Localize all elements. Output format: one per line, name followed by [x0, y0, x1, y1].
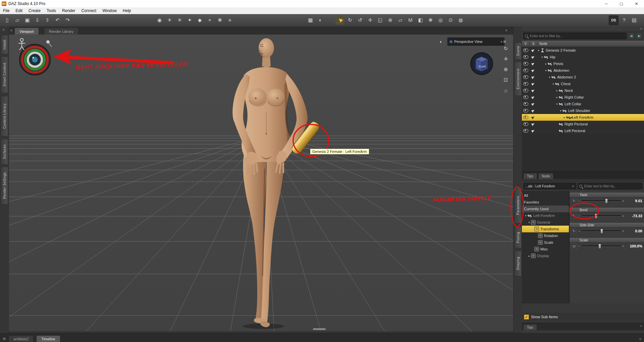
- expander-icon[interactable]: [555, 103, 559, 106]
- viewport-scrollbar-thumb[interactable]: [313, 328, 326, 330]
- group-transforms[interactable]: Transforms: [522, 226, 569, 232]
- more-options-button[interactable]: ▤: [630, 15, 639, 24]
- align-button[interactable]: ≡: [225, 15, 234, 24]
- slider-knob[interactable]: [598, 244, 601, 249]
- bottom-dock-menu-icon[interactable]: ≡: [639, 337, 641, 341]
- frame-camera-button[interactable]: ⊡: [502, 76, 510, 84]
- genesis-2-female-figure[interactable]: [232, 38, 329, 329]
- group-general[interactable]: General: [522, 219, 569, 226]
- selectability-cursor-icon[interactable]: [531, 95, 535, 99]
- expander-icon[interactable]: [555, 89, 559, 92]
- rotation-trackball-gizmo[interactable]: [19, 44, 50, 75]
- dock-tab-environment[interactable]: Environment: [514, 62, 522, 96]
- parameters-filter-input[interactable]: [584, 184, 641, 188]
- slider-value[interactable]: 0.00: [626, 229, 642, 233]
- tree-row-abdomen-2[interactable]: Abdomen 2: [522, 74, 644, 80]
- selectability-cursor-icon[interactable]: [531, 75, 535, 79]
- expander-icon[interactable]: [531, 228, 534, 231]
- dock-tab-render-settings[interactable]: Render Settings: [1, 167, 8, 205]
- translate-tool-button[interactable]: ✛: [366, 15, 375, 24]
- tree-row-neck[interactable]: Neck: [522, 87, 644, 94]
- scale-slider[interactable]: ⊡ − + 100.0%: [570, 243, 644, 249]
- dock-tab-shaping[interactable]: Shaping: [514, 251, 522, 276]
- selectability-cursor-icon[interactable]: [531, 109, 535, 113]
- render-button[interactable]: ◍: [456, 15, 465, 24]
- viewport-pane-menu-icon[interactable]: ≡: [10, 28, 12, 32]
- slider-knob[interactable]: [605, 198, 608, 204]
- show-sub-items-checkbox[interactable]: ✓: [524, 315, 529, 320]
- visibility-eye-icon[interactable]: [523, 82, 528, 86]
- geometry-editor-tool-button[interactable]: ❋: [426, 15, 435, 24]
- tab-viewport[interactable]: Viewport: [14, 27, 39, 35]
- scale-tool-button[interactable]: ◱: [376, 15, 385, 24]
- group-display[interactable]: Display: [522, 252, 569, 259]
- selectability-cursor-icon[interactable]: [531, 122, 535, 126]
- import-button[interactable]: ⇩: [33, 15, 42, 24]
- menu-connect[interactable]: Connect: [78, 7, 99, 14]
- slider-track[interactable]: [582, 230, 621, 232]
- expander-icon[interactable]: [527, 221, 531, 224]
- tab-node[interactable]: Node: [538, 173, 554, 179]
- pan-camera-button[interactable]: ✛: [502, 55, 510, 63]
- visibility-eye-icon[interactable]: [523, 89, 528, 92]
- tree-row-left-collar[interactable]: Left Collar: [522, 101, 644, 107]
- close-button[interactable]: ✕: [629, 0, 644, 7]
- expander-icon[interactable]: [551, 82, 555, 86]
- tree-row-left-pectoral[interactable]: Left Pectoral: [522, 127, 644, 134]
- aux-sphere-icon[interactable]: ◐: [440, 39, 442, 44]
- create-distant-light-button[interactable]: ☀: [165, 15, 174, 24]
- left-dock-menu-icon[interactable]: ≡: [3, 28, 5, 32]
- menu-help[interactable]: Help: [120, 7, 134, 14]
- increment-button[interactable]: +: [622, 199, 625, 203]
- scene-filter-box[interactable]: [523, 33, 627, 39]
- group-all[interactable]: All: [522, 192, 569, 199]
- selectability-cursor-icon[interactable]: [531, 129, 535, 133]
- expander-icon[interactable]: [555, 96, 559, 99]
- decrement-button[interactable]: −: [578, 244, 581, 248]
- group-misc[interactable]: Misc: [522, 246, 569, 252]
- menu-tools[interactable]: Tools: [44, 7, 59, 14]
- increment-button[interactable]: +: [622, 214, 625, 218]
- visibility-eye-icon[interactable]: [523, 109, 528, 112]
- visibility-eye-icon[interactable]: [523, 62, 528, 65]
- visibility-eye-icon[interactable]: [523, 102, 528, 106]
- create-point-light-button[interactable]: ✳: [175, 15, 184, 24]
- parameters-panel-menu-icon[interactable]: ≡: [640, 324, 642, 328]
- slider-track[interactable]: [582, 200, 621, 202]
- new-file-button[interactable]: ▯: [3, 15, 12, 24]
- expander-icon[interactable]: [524, 214, 528, 217]
- menu-file[interactable]: File: [0, 7, 12, 14]
- visibility-eye-icon[interactable]: [523, 69, 528, 72]
- create-dform-button[interactable]: ❋: [215, 15, 224, 24]
- tab-tips[interactable]: Tips: [523, 173, 537, 179]
- view-selector-dropdown[interactable]: ⊞ Perspective View ▼: [447, 38, 504, 46]
- visibility-eye-icon[interactable]: [523, 96, 528, 99]
- viewport-3d-canvas[interactable]: Front ◐ ⊞ Perspective View ▼ ≡ ↻ ✛ ⊕ ⊡ ⌂…: [9, 35, 513, 331]
- decrement-button[interactable]: −: [578, 199, 581, 203]
- dock-tab-smart-content[interactable]: Smart Content: [1, 56, 8, 93]
- selectability-cursor-icon[interactable]: [531, 68, 535, 72]
- scene-panel-menu-icon[interactable]: ≡: [640, 27, 642, 30]
- maximize-button[interactable]: ▢: [614, 0, 629, 7]
- dock-tab-surfaces[interactable]: Surfaces: [1, 139, 8, 165]
- slider-value[interactable]: -73.33: [626, 214, 642, 218]
- visibility-eye-icon[interactable]: [523, 75, 528, 79]
- rotate-tool-button[interactable]: ↻: [345, 15, 355, 24]
- menu-render[interactable]: Render: [59, 7, 78, 14]
- dock-tab-scene[interactable]: Scene: [514, 42, 522, 60]
- dock-tab-install[interactable]: Install: [1, 35, 8, 54]
- menu-create[interactable]: Create: [25, 7, 44, 14]
- expander-icon[interactable]: [527, 254, 531, 258]
- tree-row-hip[interactable]: Hip: [522, 54, 644, 60]
- tab-render-library[interactable]: Render Library: [44, 27, 78, 35]
- visibility-eye-icon[interactable]: [523, 55, 528, 59]
- viewport-list-icon[interactable]: ≡: [503, 39, 506, 44]
- selectability-cursor-icon[interactable]: [531, 89, 535, 93]
- side-side-slider[interactable]: ↻ − + 0.00: [570, 228, 644, 234]
- pin-icon[interactable]: [46, 40, 52, 47]
- group-rotation[interactable]: Rotation: [522, 232, 569, 239]
- expander-icon[interactable]: [537, 49, 540, 52]
- increment-button[interactable]: +: [622, 244, 625, 248]
- scene-filter-input[interactable]: [529, 34, 625, 38]
- tree-row-right-pectoral[interactable]: Right Pectoral: [522, 121, 644, 127]
